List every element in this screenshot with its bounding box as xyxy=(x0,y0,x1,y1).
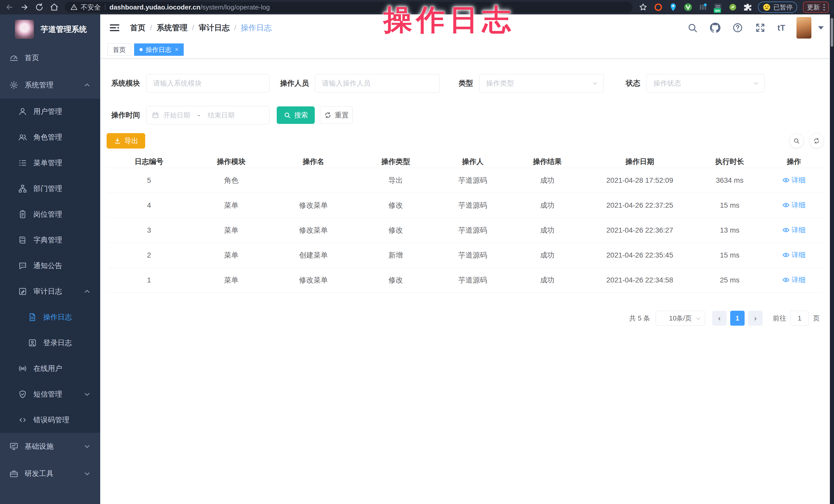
chevron-down-icon xyxy=(696,315,701,321)
table-toolbar: 导出 xyxy=(107,133,834,149)
sidebar-item-dept-management[interactable]: 部门管理 xyxy=(0,176,100,201)
chevron-down-icon xyxy=(84,470,90,477)
sidebar-fold-icon[interactable] xyxy=(109,22,120,34)
scrollbar-thumb[interactable] xyxy=(831,18,833,47)
extension-columns-icon[interactable] xyxy=(698,3,708,12)
address-divider xyxy=(105,4,105,10)
refresh-table-button[interactable] xyxy=(809,134,824,148)
sidebar-item-role-management[interactable]: 角色管理 xyxy=(0,125,100,150)
sidebar-item-menu-management[interactable]: 菜单管理 xyxy=(0,150,100,176)
chevron-up-icon xyxy=(84,82,90,88)
sidebar-item-home[interactable]: 首页 xyxy=(0,44,100,71)
fullscreen-icon[interactable] xyxy=(755,22,766,33)
user-icon xyxy=(18,107,27,116)
sidebar-item-audit-log[interactable]: 审计日志 xyxy=(0,279,100,304)
org-tree-icon xyxy=(18,184,27,193)
extension-green-leaf-icon[interactable] xyxy=(728,3,738,12)
sidebar-item-online-users[interactable]: 在线用户 xyxy=(0,356,100,381)
eye-icon xyxy=(782,276,790,284)
users-icon xyxy=(18,133,27,142)
sidebar-item-dev-tools[interactable]: 研发工具 xyxy=(0,460,100,487)
next-page-button[interactable]: › xyxy=(748,311,763,326)
sidebar-item-dict-management[interactable]: 字典管理 xyxy=(0,227,100,253)
tab-home[interactable]: 首页 xyxy=(107,43,131,56)
sidebar-item-infrastructure[interactable]: 基础设施 xyxy=(0,433,100,460)
reload-icon[interactable] xyxy=(35,3,44,12)
filter-row-1: 系统模块 操作人员 类型 操作类型 状态 操作状态 xyxy=(107,74,834,92)
back-icon[interactable] xyxy=(5,3,14,12)
forward-icon[interactable] xyxy=(20,3,29,12)
detail-link[interactable]: 详细 xyxy=(782,200,806,210)
help-icon[interactable] xyxy=(732,22,743,33)
extension-orange-ring-icon[interactable] xyxy=(654,3,663,12)
app-logo-block[interactable]: 芋道管理系统 xyxy=(0,15,100,44)
time-label: 操作时间 xyxy=(107,110,140,120)
breadcrumb-system[interactable]: 系统管理 xyxy=(157,23,188,33)
extension-puzzle-icon[interactable] xyxy=(743,3,752,12)
gear-icon xyxy=(9,81,19,90)
end-date-placeholder[interactable]: 结束日期 xyxy=(208,111,235,120)
toggle-search-button[interactable] xyxy=(789,134,804,148)
extension-blue-pin-icon[interactable] xyxy=(668,3,678,12)
page-1-button[interactable]: 1 xyxy=(730,311,745,326)
page-size-select[interactable]: 10条/页 xyxy=(656,311,705,326)
close-tab-icon[interactable]: × xyxy=(175,46,178,53)
breadcrumb-home[interactable]: 首页 xyxy=(130,23,146,33)
github-icon[interactable] xyxy=(710,22,720,33)
detail-link[interactable]: 详细 xyxy=(782,225,806,235)
dashboard-icon xyxy=(9,53,19,63)
type-label: 类型 xyxy=(457,79,473,88)
extension-switch-icon[interactable]: on xyxy=(713,3,723,12)
chevron-up-icon xyxy=(84,288,90,295)
operate-log-table: 日志编号 操作模块 操作名 操作类型 操作人 操作结果 操作日期 执行时长 操作… xyxy=(107,155,824,293)
extension-green-v-icon[interactable] xyxy=(683,3,693,12)
browser-menu-icon[interactable] xyxy=(824,4,825,10)
table-row: 1 菜单 修改菜单 修改 芋道源码 成功 2021-04-26 22:34:58… xyxy=(107,268,824,293)
detail-link[interactable]: 详细 xyxy=(782,275,806,285)
font-size-icon[interactable]: tT xyxy=(777,23,785,32)
browser-update-button[interactable]: 更新 xyxy=(803,2,829,13)
bookmark-star-icon[interactable] xyxy=(639,3,648,12)
detail-link[interactable]: 详细 xyxy=(782,250,806,260)
sidebar-item-notice[interactable]: 通知公告 xyxy=(0,253,100,279)
goto-page-input[interactable] xyxy=(790,311,809,326)
address-bar[interactable]: 不安全 dashboard.yudao.iocoder.cn /system/l… xyxy=(65,2,633,13)
date-range-picker[interactable]: 开始日期 - 结束日期 xyxy=(146,106,269,125)
start-date-placeholder[interactable]: 开始日期 xyxy=(163,111,190,120)
search-icon[interactable] xyxy=(687,22,698,33)
sidebar-item-user-management[interactable]: 用户管理 xyxy=(0,99,100,125)
security-warning-label: 不安全 xyxy=(81,3,101,12)
download-icon xyxy=(114,137,121,145)
eye-icon xyxy=(782,226,790,234)
operator-input[interactable] xyxy=(315,74,440,92)
type-select[interactable]: 操作类型 xyxy=(479,74,604,92)
status-select[interactable]: 操作状态 xyxy=(646,74,765,92)
home-icon[interactable] xyxy=(50,3,59,12)
sidebar-item-errcode-management[interactable]: 错误码管理 xyxy=(0,407,100,433)
sidebar-item-operate-log[interactable]: 操作日志 xyxy=(0,304,100,330)
prev-page-button[interactable]: ‹ xyxy=(712,311,727,326)
search-button[interactable]: 搜索 xyxy=(277,106,315,124)
window-scrollbar[interactable] xyxy=(830,15,834,504)
filter-row-2: 操作时间 开始日期 - 结束日期 搜索 重置 xyxy=(107,106,834,125)
sidebar-item-post-management[interactable]: 岗位管理 xyxy=(0,201,100,227)
tab-operate-log[interactable]: 操作日志 × xyxy=(134,43,184,56)
module-input[interactable] xyxy=(146,74,269,92)
insecure-warning-icon xyxy=(70,4,78,11)
export-button[interactable]: 导出 xyxy=(107,133,145,149)
calendar-icon xyxy=(152,111,159,119)
status-label: 状态 xyxy=(624,79,640,88)
avatar[interactable] xyxy=(796,17,811,39)
sidebar-item-system-management[interactable]: 系统管理 xyxy=(0,71,100,99)
detail-link[interactable]: 详细 xyxy=(782,176,806,185)
reset-button[interactable]: 重置 xyxy=(320,106,353,124)
breadcrumb-audit-log[interactable]: 审计日志 xyxy=(199,23,230,33)
breadcrumb: 首页 / 系统管理 / 审计日志 / 操作日志 xyxy=(130,23,271,33)
app-logo xyxy=(15,20,34,39)
avatar-caret-icon[interactable] xyxy=(818,26,824,29)
online-signal-icon xyxy=(18,364,27,373)
sidebar-item-login-log[interactable]: 登录日志 xyxy=(0,330,100,356)
sidebar-item-sms-management[interactable]: 短信管理 xyxy=(0,381,100,407)
paused-extension-pill[interactable]: 已暂停 xyxy=(758,2,797,13)
module-label: 系统模块 xyxy=(107,79,140,88)
